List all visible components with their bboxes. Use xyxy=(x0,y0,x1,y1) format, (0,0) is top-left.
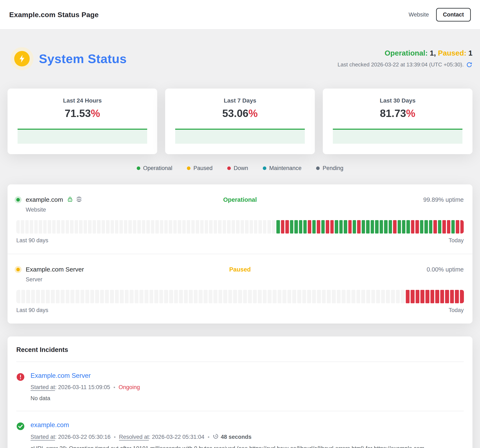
hero-title-group: System Status xyxy=(7,47,127,70)
check-circle-icon xyxy=(16,422,25,431)
uptime-card-7d: Last 7 Days 53.06% xyxy=(165,89,315,154)
uptime-card-value: 53.06% xyxy=(175,107,305,119)
incident-monitor-link[interactable]: Example.com Server xyxy=(30,372,464,379)
legend-pending: Pending xyxy=(316,165,343,172)
monitor-row-example-com-server: Example.com Server Paused 0.00% uptime S… xyxy=(7,254,473,324)
incident-meta: Started at: 2026-03-22 05:30:16 • Resolv… xyxy=(30,433,464,441)
summary-comma: , xyxy=(434,49,438,57)
incident-message: No data xyxy=(30,395,464,402)
monitor-status-text: Paused xyxy=(165,266,314,273)
uptime-card-24h: Last 24 Hours 71.53% xyxy=(7,89,157,154)
uptime-sparkline xyxy=(175,129,305,144)
uptime-card-title: Last 7 Days xyxy=(175,97,305,104)
incident-item: Example.com Server Started at: 2026-03-1… xyxy=(16,362,464,411)
incident-message: cURL error 28: Operation timed out after… xyxy=(30,445,464,448)
monitor-name: Example.com Server xyxy=(26,266,84,273)
uptime-cards-row: Last 24 Hours 71.53% Last 7 Days 53.06% … xyxy=(7,89,473,154)
incident-item: example.com Started at: 2026-03-22 05:30… xyxy=(16,411,464,448)
uptime-history-bars xyxy=(16,220,464,234)
monitor-row-example-com: example.com xyxy=(7,184,473,254)
bullet-separator: • xyxy=(208,434,210,440)
legend-down: Down xyxy=(227,165,248,172)
uptime-card-title: Last 24 Hours xyxy=(18,97,147,104)
lock-icon xyxy=(67,196,73,203)
monitor-identity: example.com xyxy=(16,196,165,203)
legend-dot-maintenance xyxy=(263,166,266,170)
uptime-history-bars xyxy=(16,290,464,303)
clock-history-icon xyxy=(213,433,219,441)
monitor-identity: Example.com Server xyxy=(16,266,165,273)
uptime-sparkline xyxy=(18,129,147,144)
bullet-separator: • xyxy=(114,434,116,440)
percent-sign: % xyxy=(406,108,415,119)
started-at-label: Started at xyxy=(30,384,55,390)
contact-button[interactable]: Contact xyxy=(436,8,471,21)
summary-operational-count: 1 xyxy=(428,49,434,57)
uptime-card-value: 71.53% xyxy=(18,107,147,119)
legend-maintenance: Maintenance xyxy=(263,165,302,172)
monitor-name: example.com xyxy=(26,196,63,203)
incident-duration: 48 seconds xyxy=(213,433,252,441)
incident-status-ongoing: Ongoing xyxy=(119,384,140,391)
monitor-status-text: Operational xyxy=(165,196,314,203)
bolt-icon xyxy=(10,47,34,70)
today-label: Today xyxy=(449,237,464,244)
percent-sign: % xyxy=(91,108,100,119)
monitor-uptime-text: 99.89% uptime xyxy=(315,196,464,203)
status-legend: Operational Paused Down Maintenance Pend… xyxy=(7,165,473,172)
website-link[interactable]: Website xyxy=(409,12,429,18)
monitor-status-dot xyxy=(16,198,20,201)
started-at-value: 2026-03-11 15:09:05 xyxy=(57,384,110,390)
legend-operational: Operational xyxy=(137,165,172,172)
started-at-label: Started at xyxy=(30,434,55,440)
site-title: Example.com Status Page xyxy=(9,11,99,19)
summary-operational-label: Operational: xyxy=(385,49,428,57)
incident-meta: Started at: 2026-03-11 15:09:05 • Ongoin… xyxy=(30,384,464,391)
incidents-card: Recent Incidents Example.com Server Star… xyxy=(7,337,473,448)
svg-text:www: www xyxy=(77,198,81,200)
summary-paused-count: 1 xyxy=(466,49,473,57)
page-content: System Status Operational: 1, Paused: 1 … xyxy=(0,47,480,448)
bullet-separator: • xyxy=(113,385,115,390)
range-label: Last 90 days xyxy=(16,237,48,244)
www-globe-icon: www xyxy=(76,196,82,203)
exclamation-circle-icon xyxy=(16,373,25,382)
legend-dot-down xyxy=(227,166,231,170)
resolved-at-label: Resolved at xyxy=(119,434,149,440)
today-label: Today xyxy=(449,307,464,313)
legend-dot-paused xyxy=(187,166,191,170)
last-checked-line: Last checked 2026-03-22 at 13:39:04 (UTC… xyxy=(338,62,473,68)
incident-monitor-link[interactable]: example.com xyxy=(30,421,464,429)
top-nav: Website Contact xyxy=(409,8,471,21)
uptime-card-title: Last 30 Days xyxy=(333,97,462,104)
monitor-type-label: Website xyxy=(26,207,464,213)
hero-section: System Status Operational: 1, Paused: 1 … xyxy=(7,47,473,70)
range-label: Last 90 days xyxy=(16,307,48,313)
legend-dot-pending xyxy=(316,166,320,170)
uptime-card-30d: Last 30 Days 81.73% xyxy=(323,89,473,154)
resolved-at-value: 2026-03-22 05:31:04 xyxy=(150,434,204,440)
top-bar: Example.com Status Page Website Contact xyxy=(0,0,480,29)
refresh-icon[interactable] xyxy=(466,62,473,68)
monitor-status-dot xyxy=(16,268,20,271)
legend-dot-operational xyxy=(137,166,140,170)
page-title: System Status xyxy=(39,52,127,66)
legend-paused: Paused xyxy=(187,165,213,172)
percent-sign: % xyxy=(248,108,258,119)
status-summary: Operational: 1, Paused: 1 xyxy=(338,49,473,57)
monitor-uptime-text: 0.00% uptime xyxy=(315,266,464,273)
monitors-card: example.com xyxy=(7,184,473,324)
incidents-heading: Recent Incidents xyxy=(16,346,464,362)
uptime-sparkline xyxy=(333,129,462,144)
monitor-type-label: Server xyxy=(26,276,464,283)
last-checked-text: Last checked 2026-03-22 at 13:39:04 (UTC… xyxy=(338,62,464,68)
uptime-card-value: 81.73% xyxy=(333,107,462,119)
status-summary-group: Operational: 1, Paused: 1 Last checked 2… xyxy=(338,47,473,68)
started-at-value: 2026-03-22 05:30:16 xyxy=(57,434,111,440)
summary-paused-label: Paused: xyxy=(438,49,466,57)
